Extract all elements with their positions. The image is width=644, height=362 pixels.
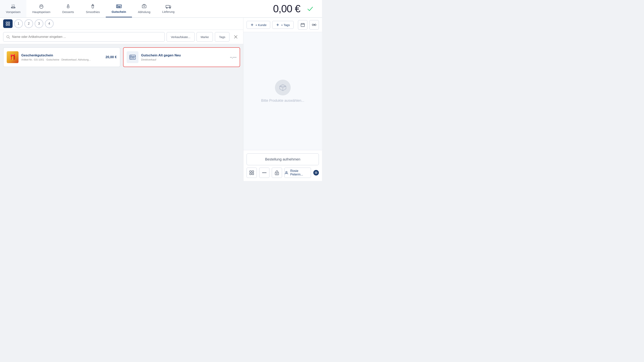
nav-smoothies-label: Smoothies bbox=[86, 10, 100, 14]
nav-lieferung[interactable]: Lieferung bbox=[156, 0, 180, 17]
lock-icon bbox=[275, 170, 279, 175]
search-input[interactable] bbox=[12, 35, 162, 39]
nav-vorspeisen[interactable]: Vorspeisen bbox=[0, 0, 26, 17]
tags-button[interactable]: + Tags bbox=[272, 21, 294, 29]
transfer-icon bbox=[312, 23, 316, 27]
nav-abholung-label: Abholung bbox=[138, 10, 150, 14]
filter-tab-4[interactable]: 4 bbox=[45, 19, 54, 28]
settings-button[interactable] bbox=[313, 170, 319, 175]
lieferung-icon bbox=[166, 3, 171, 9]
svg-rect-25 bbox=[6, 24, 8, 26]
product-info-gift: Geschenkgutschein Artikel-Nr.: GS-1001 ·… bbox=[21, 53, 103, 61]
search-clear-button[interactable] bbox=[232, 33, 240, 41]
product-name-gift: Geschenkgutschein bbox=[21, 53, 103, 57]
minus-button[interactable] bbox=[259, 167, 270, 178]
filter-tab-1[interactable]: 1 bbox=[14, 19, 23, 28]
right-panel: + Kunde + Tags bbox=[243, 18, 322, 181]
search-row: Verkaufskate... Marke Tags bbox=[0, 30, 243, 44]
svg-point-44 bbox=[312, 24, 314, 26]
user-icon bbox=[284, 171, 288, 175]
cart-empty-area: Bitte Produkte auswählen... bbox=[244, 32, 322, 150]
empty-cart-text: Bitte Produkte auswählen... bbox=[261, 99, 304, 103]
settings-icon bbox=[314, 171, 318, 174]
order-total: 0,00 € bbox=[273, 3, 300, 15]
svg-rect-52 bbox=[250, 173, 251, 175]
plus-customer-icon bbox=[250, 23, 254, 27]
nav-gutschein[interactable]: Gutschein bbox=[106, 0, 132, 17]
customer-button[interactable]: + Kunde bbox=[246, 21, 270, 29]
search-input-wrap bbox=[3, 32, 165, 42]
svg-rect-53 bbox=[252, 173, 254, 175]
svg-rect-51 bbox=[252, 171, 254, 172]
product-thumb-coupon bbox=[127, 51, 138, 63]
nav-smoothies[interactable]: Smoothies bbox=[80, 0, 106, 17]
product-sub-coupon: Direktverkauf bbox=[141, 58, 227, 61]
svg-line-28 bbox=[9, 38, 10, 39]
filter-marke-button[interactable]: Marke bbox=[196, 32, 213, 42]
svg-rect-55 bbox=[275, 172, 279, 175]
svg-point-57 bbox=[286, 171, 287, 173]
product-price-coupon: –,–– bbox=[230, 55, 236, 59]
user-name-label: Rosie Peterm... bbox=[290, 169, 311, 176]
bottom-toolbar: Rosie Peterm... bbox=[246, 167, 319, 178]
calendar-button[interactable] bbox=[298, 20, 308, 30]
nav-gutschein-label: Gutschein bbox=[112, 10, 126, 14]
calendar-icon bbox=[300, 23, 305, 27]
abholung-icon bbox=[142, 3, 147, 9]
order-button[interactable]: Bestellung aufnehmen bbox=[246, 153, 319, 165]
grid-icon bbox=[249, 170, 254, 175]
nav-lieferung-label: Lieferung bbox=[162, 10, 175, 14]
product-sub-gift: Artikel-Nr.: GS-1001 · Gutscheine · Dire… bbox=[21, 58, 103, 61]
user-button[interactable]: Rosie Peterm... bbox=[284, 167, 311, 178]
product-card-geschenkgutschein[interactable]: Geschenkgutschein Artikel-Nr.: GS-1001 ·… bbox=[3, 47, 120, 67]
svg-rect-23 bbox=[6, 22, 8, 23]
confirm-button[interactable] bbox=[304, 3, 316, 15]
svg-line-2 bbox=[14, 5, 14, 6]
svg-point-21 bbox=[166, 7, 167, 8]
tags-btn-label: + Tags bbox=[281, 23, 290, 27]
nav-vorspeisen-label: Vorspeisen bbox=[6, 10, 20, 14]
svg-rect-26 bbox=[8, 24, 10, 26]
customer-btn-label: + Kunde bbox=[256, 23, 266, 27]
filter-verkaufskate-button[interactable]: Verkaufskate... bbox=[166, 32, 194, 42]
filter-tags-button[interactable]: Tags bbox=[215, 32, 230, 42]
empty-cart-icon bbox=[275, 80, 291, 95]
nav-hauptspeisen[interactable]: Hauptspeisen bbox=[26, 0, 56, 17]
svg-rect-16 bbox=[118, 7, 120, 7]
filter-tab-grid[interactable] bbox=[3, 19, 12, 28]
grid-view-button[interactable] bbox=[246, 167, 257, 178]
filter-tab-3[interactable]: 3 bbox=[35, 19, 43, 28]
top-nav: Vorspeisen Hauptspeisen Desserts bbox=[0, 0, 322, 18]
svg-point-4 bbox=[40, 5, 43, 9]
plus-tags-icon bbox=[276, 23, 280, 27]
lock-button[interactable] bbox=[272, 167, 282, 178]
product-name-coupon: Gutschein Alt gegen Neu bbox=[141, 53, 227, 57]
nav-abholung[interactable]: Abholung bbox=[132, 0, 156, 17]
filter-tab-2[interactable]: 2 bbox=[24, 19, 33, 28]
svg-rect-35 bbox=[132, 57, 134, 58]
svg-rect-8 bbox=[67, 6, 69, 8]
product-card-gutschein-alt[interactable]: Gutschein Alt gegen Neu Direktverkauf –,… bbox=[123, 47, 240, 67]
svg-rect-24 bbox=[8, 22, 10, 23]
left-panel: 1 2 3 4 Verkaufskate... Marke bbox=[0, 18, 243, 181]
svg-point-56 bbox=[276, 173, 277, 174]
main-layout: 1 2 3 4 Verkaufskate... Marke bbox=[0, 18, 322, 181]
desserts-icon bbox=[66, 3, 71, 9]
right-top-actions: + Kunde + Tags bbox=[244, 18, 322, 32]
filter-tabs-row: 1 2 3 4 bbox=[0, 18, 243, 30]
svg-rect-50 bbox=[250, 171, 251, 172]
svg-rect-3 bbox=[11, 8, 15, 8]
price-area: 0,00 € bbox=[267, 0, 322, 17]
product-price-gift: 20,00 € bbox=[106, 55, 117, 59]
minus-icon bbox=[262, 172, 267, 173]
nav-desserts[interactable]: Desserts bbox=[56, 0, 80, 17]
product-info-coupon: Gutschein Alt gegen Neu Direktverkauf bbox=[141, 53, 227, 61]
svg-point-27 bbox=[7, 36, 9, 38]
svg-rect-20 bbox=[166, 5, 169, 8]
vorspeisen-icon bbox=[10, 3, 16, 9]
svg-line-7 bbox=[42, 5, 43, 5]
transfer-button[interactable] bbox=[310, 20, 319, 30]
svg-line-49 bbox=[280, 86, 283, 88]
gutschein-icon bbox=[116, 3, 122, 9]
right-bottom: Bestellung aufnehmen bbox=[244, 150, 322, 181]
